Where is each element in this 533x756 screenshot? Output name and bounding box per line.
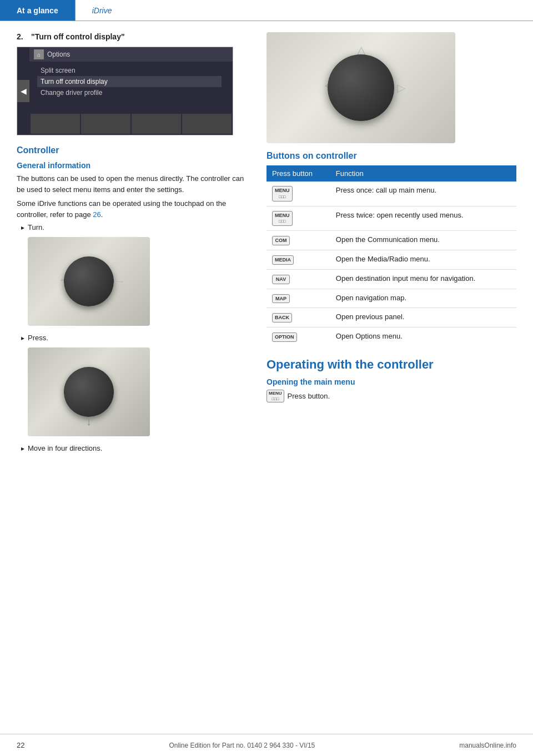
large-arrow-right-icon: ▷ <box>397 81 405 94</box>
screen-top-bar: ⌂ Options <box>29 47 233 62</box>
opening-menu-btn-icon: MENU□□□ <box>266 390 284 402</box>
function-text: Open destination input menu for navigati… <box>336 274 476 283</box>
buttons-table: Press button Function MENU□□□ Press once… <box>266 165 516 346</box>
controller-image-large: △ ▷ ◁ <box>266 32 455 143</box>
table-header: Press button Function <box>266 165 516 182</box>
media-button-icon: MEDIA <box>272 255 294 265</box>
table-row: MENU□□□ Press once: call up main menu. <box>266 182 516 206</box>
col-press-button: Press button <box>266 165 330 182</box>
home-icon: ⌂ <box>34 49 44 59</box>
function-text: Open Options menu. <box>336 332 403 340</box>
page-footer: 22 Online Edition for Part no. 0140 2 96… <box>0 734 533 756</box>
menu-button-icon-2: MENU□□□ <box>272 211 293 226</box>
function-text: Press once: call up main menu. <box>336 186 436 194</box>
main-content: 2. "Turn off control display" ◀ ⌂ Option… <box>0 21 533 467</box>
screen-bar <box>132 114 181 134</box>
page-link[interactable]: 26 <box>93 210 100 219</box>
general-info-heading: General information <box>17 161 250 170</box>
large-controller-wrapper: △ ▷ ◁ <box>314 41 408 135</box>
step-line: 2. "Turn off control display" <box>17 32 250 41</box>
option-button-icon: OPTION <box>272 332 297 342</box>
body-text-1: The buttons can be used to open the menu… <box>17 173 250 195</box>
arrow-set-press: ↓ <box>53 356 125 428</box>
table-row: COM Open the Communication menu. <box>266 231 516 250</box>
function-cell: Open Options menu. <box>330 327 516 346</box>
arrows-overlay-press: ↓ <box>28 347 150 436</box>
arrow-right-icon: → <box>115 276 125 288</box>
step-title: "Turn off control display" <box>31 32 125 41</box>
btn-cell: MAP <box>266 289 330 308</box>
screen-bar <box>31 114 80 134</box>
function-cell: Press twice: open recently used menus. <box>330 206 516 231</box>
opening-menu-heading: Opening the main menu <box>266 377 516 386</box>
function-text: Open the Media/Radio menu. <box>336 255 430 263</box>
function-cell: Open previous panel. <box>330 308 516 327</box>
arrow-set: ← → <box>53 245 125 317</box>
menu-button-icon: MENU□□□ <box>272 186 293 201</box>
tab-at-a-glance[interactable]: At a glance <box>0 0 75 21</box>
table-row: MEDIA Open the Media/Radio menu. <box>266 250 516 269</box>
body-text-2: Some iDrive functions can be operated us… <box>17 198 250 220</box>
left-column: 2. "Turn off control display" ◀ ⌂ Option… <box>17 32 250 456</box>
screen-menu-item-selected: Turn off control display <box>37 76 222 87</box>
function-text: Open previous panel. <box>336 313 405 321</box>
operating-heading: Operating with the controller <box>266 357 516 372</box>
controller-knob <box>64 256 114 306</box>
col-function: Function <box>330 165 516 182</box>
table-row: NAV Open destination input menu for navi… <box>266 269 516 289</box>
body-text-2-end: . <box>101 210 103 219</box>
page-number: 22 <box>17 741 24 749</box>
function-cell: Open destination input menu for navigati… <box>330 269 516 289</box>
btn-cell: OPTION <box>266 327 330 346</box>
table-body: MENU□□□ Press once: call up main menu. M… <box>266 182 516 346</box>
controller-image-press: ↓ <box>28 347 150 436</box>
table-row: OPTION Open Options menu. <box>266 327 516 346</box>
opening-menu-row: MENU□□□ Press button. <box>266 390 516 402</box>
table-row: MENU□□□ Press twice: open recently used … <box>266 206 516 231</box>
step-number: 2. <box>17 32 28 41</box>
screen-menu-item: Split screen <box>41 65 222 76</box>
screen-options-label: Options <box>47 51 70 58</box>
controller-image-turn: ← → <box>28 237 150 326</box>
function-cell: Open the Media/Radio menu. <box>330 250 516 269</box>
body-text-2-main: Some iDrive functions can be operated us… <box>17 199 226 219</box>
right-column: △ ▷ ◁ Buttons on controller Press button… <box>266 32 516 456</box>
screen-left-arrow: ◀ <box>17 80 29 102</box>
screen-menu-item: Change driver profile <box>41 87 222 98</box>
bullet-turn-text: Turn. <box>28 223 44 231</box>
function-text: Press twice: open recently used menus. <box>336 211 464 219</box>
btn-cell: NAV <box>266 269 330 289</box>
tab-idrive[interactable]: iDrive <box>75 0 129 21</box>
screen-bar <box>81 114 130 134</box>
com-button-icon: COM <box>272 236 290 245</box>
bullet-move-text: Move in four directions. <box>28 444 102 452</box>
bullet-turn: ▸ Turn. <box>21 223 250 231</box>
back-button-icon: BACK <box>272 313 292 322</box>
operating-section: Operating with the controller Opening th… <box>266 357 516 402</box>
controller-heading: Controller <box>17 145 250 155</box>
table-row: MAP Open navigation map. <box>266 289 516 308</box>
function-text: Open navigation map. <box>336 294 406 302</box>
opening-menu-text: Press button. <box>288 392 330 400</box>
page-header: At a glance iDrive <box>0 0 533 21</box>
tab-inactive-label: iDrive <box>92 6 112 15</box>
btn-cell: MENU□□□ <box>266 206 330 231</box>
tab-active-label: At a glance <box>17 6 58 15</box>
buttons-heading: Buttons on controller <box>266 151 516 161</box>
table-row: BACK Open previous panel. <box>266 308 516 327</box>
screen-mockup: ◀ ⌂ Options Split screen Turn off contro… <box>17 47 233 135</box>
arrow-down-icon: ↓ <box>87 416 92 428</box>
screen-bottom-bars <box>29 113 233 135</box>
bullet-arrow-icon: ▸ <box>21 224 24 231</box>
table-header-row: Press button Function <box>266 165 516 182</box>
controller-knob-large <box>328 54 394 121</box>
function-cell: Open the Communication menu. <box>330 231 516 250</box>
bullet-arrow-icon: ▸ <box>21 334 24 342</box>
btn-cell: MEDIA <box>266 250 330 269</box>
bullet-press-text: Press. <box>28 334 48 342</box>
screen-bar <box>182 114 232 134</box>
function-text: Open the Communication menu. <box>336 235 440 244</box>
screen-menu-items: Split screen Turn off control display Ch… <box>29 62 233 102</box>
bullet-arrow-icon: ▸ <box>21 445 24 452</box>
bullet-press: ▸ Press. <box>21 334 250 342</box>
